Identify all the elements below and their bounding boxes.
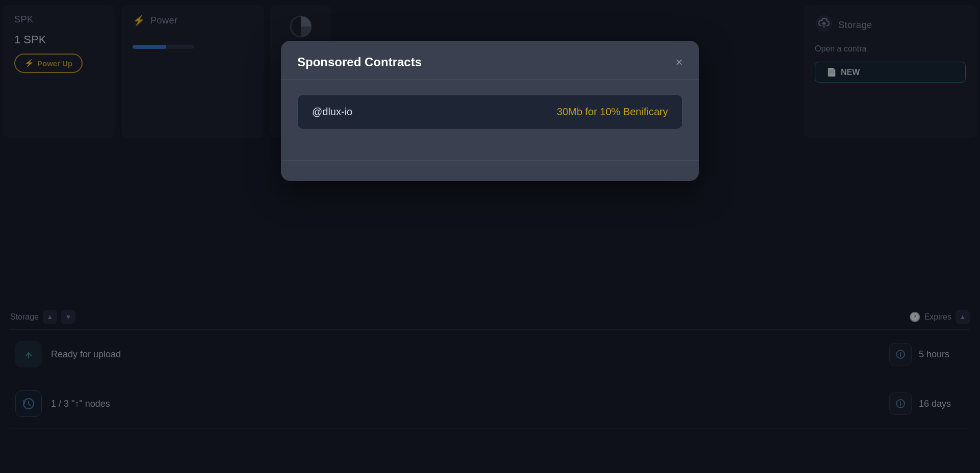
modal-footer [281, 161, 699, 181]
modal-title: Sponsored Contracts [297, 55, 422, 69]
modal-overlay: Sponsored Contracts × @dlux-io 30Mb for … [0, 0, 980, 473]
contract-handle: @dlux-io [312, 106, 352, 118]
modal-header: Sponsored Contracts × [281, 41, 699, 80]
sponsored-contracts-modal: Sponsored Contracts × @dlux-io 30Mb for … [281, 41, 699, 181]
contract-row[interactable]: @dlux-io 30Mb for 10% Benificary [297, 94, 683, 129]
modal-close-button[interactable]: × [676, 56, 683, 68]
contract-terms: 30Mb for 10% Benificary [557, 106, 668, 118]
modal-body: @dlux-io 30Mb for 10% Benificary [281, 80, 699, 146]
